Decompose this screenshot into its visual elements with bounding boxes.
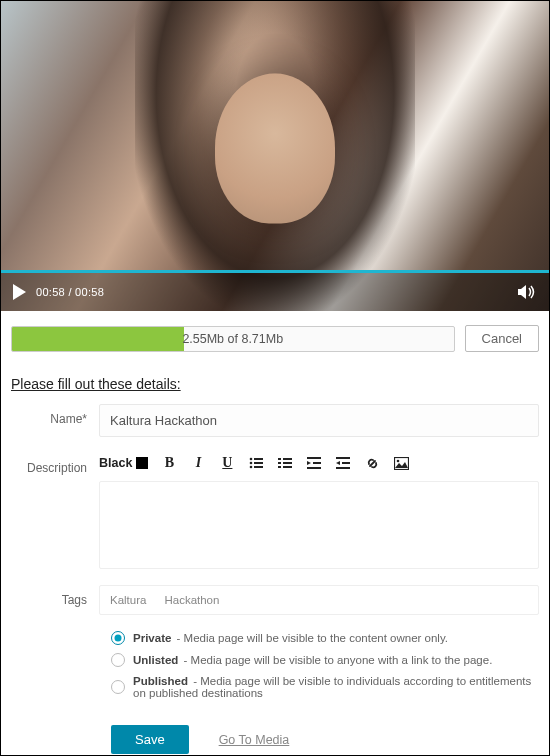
visibility-option-label: Published (133, 675, 188, 687)
volume-icon[interactable] (517, 284, 537, 300)
tags-input[interactable]: Kaltura Hackathon (99, 585, 539, 615)
font-color-select[interactable]: Black (99, 456, 148, 470)
svg-point-4 (250, 466, 253, 469)
description-label: Description (11, 453, 99, 475)
outdent-icon[interactable] (306, 455, 322, 471)
name-label: Name* (11, 404, 99, 426)
underline-icon[interactable]: U (219, 455, 235, 471)
image-icon[interactable] (393, 455, 409, 471)
svg-rect-5 (254, 466, 263, 468)
svg-rect-12 (307, 457, 321, 459)
visibility-option-unlisted[interactable]: Unlisted - Media page will be visible to… (111, 653, 539, 667)
svg-rect-1 (254, 458, 263, 460)
save-button[interactable]: Save (111, 725, 189, 754)
font-color-label: Black (99, 456, 132, 470)
svg-rect-11 (283, 466, 292, 468)
numbered-list-icon[interactable] (277, 455, 293, 471)
svg-rect-9 (283, 462, 292, 464)
svg-point-19 (397, 459, 400, 462)
name-input[interactable] (99, 404, 539, 437)
svg-point-0 (250, 458, 253, 461)
form-actions: Save Go To Media (111, 725, 539, 754)
tag-chip[interactable]: Kaltura (110, 594, 146, 606)
section-heading: Please fill out these details: (1, 358, 549, 396)
description-row: Description Black B I U (11, 453, 539, 569)
tags-label: Tags (11, 585, 99, 607)
visibility-option-hint: - Media page will be visible to the cont… (173, 632, 448, 644)
description-textarea[interactable] (99, 481, 539, 569)
indent-icon[interactable] (335, 455, 351, 471)
svg-rect-10 (278, 466, 281, 468)
visibility-radio-group: Private - Media page will be visible to … (111, 631, 539, 699)
visibility-option-hint: - Media page will be visible to individu… (133, 675, 531, 699)
upload-progress-row: 2.55Mb of 8.71Mb Cancel (1, 311, 549, 358)
description-editor: Black B I U (99, 453, 539, 569)
cancel-upload-button[interactable]: Cancel (465, 325, 539, 352)
color-swatch-icon (136, 457, 148, 469)
video-player[interactable]: 00:58 / 00:58 (1, 1, 549, 311)
upload-progress-fill (12, 327, 184, 351)
svg-rect-17 (336, 467, 350, 469)
svg-rect-7 (283, 458, 292, 460)
svg-rect-8 (278, 462, 281, 464)
visibility-option-hint: - Media page will be visible to anyone w… (180, 654, 492, 666)
video-timecode: 00:58 / 00:58 (36, 286, 104, 298)
upload-progress-bar: 2.55Mb of 8.71Mb (11, 326, 455, 352)
go-to-media-link[interactable]: Go To Media (219, 733, 290, 747)
tags-row: Tags Kaltura Hackathon (11, 585, 539, 615)
details-form: Name* Description Black B I U (1, 396, 549, 754)
radio-icon (111, 631, 125, 645)
bold-icon[interactable]: B (161, 455, 177, 471)
italic-icon[interactable]: I (190, 455, 206, 471)
visibility-option-private[interactable]: Private - Media page will be visible to … (111, 631, 539, 645)
editor-toolbar: Black B I U (99, 453, 539, 475)
svg-rect-16 (342, 462, 350, 464)
svg-rect-15 (336, 457, 350, 459)
visibility-option-published[interactable]: Published - Media page will be visible t… (111, 675, 539, 699)
svg-point-2 (250, 462, 253, 465)
svg-rect-6 (278, 458, 281, 460)
link-icon[interactable] (364, 455, 380, 471)
visibility-option-label: Private (133, 632, 171, 644)
bullet-list-icon[interactable] (248, 455, 264, 471)
video-thumbnail-decor (215, 74, 335, 224)
radio-icon (111, 680, 125, 694)
video-controls-bar: 00:58 / 00:58 (1, 273, 549, 311)
svg-rect-13 (313, 462, 321, 464)
svg-rect-14 (307, 467, 321, 469)
play-icon[interactable] (13, 284, 26, 300)
svg-rect-3 (254, 462, 263, 464)
visibility-option-label: Unlisted (133, 654, 178, 666)
radio-icon (111, 653, 125, 667)
name-row: Name* (11, 404, 539, 437)
upload-progress-text: 2.55Mb of 8.71Mb (182, 332, 283, 346)
tag-chip[interactable]: Hackathon (164, 594, 219, 606)
